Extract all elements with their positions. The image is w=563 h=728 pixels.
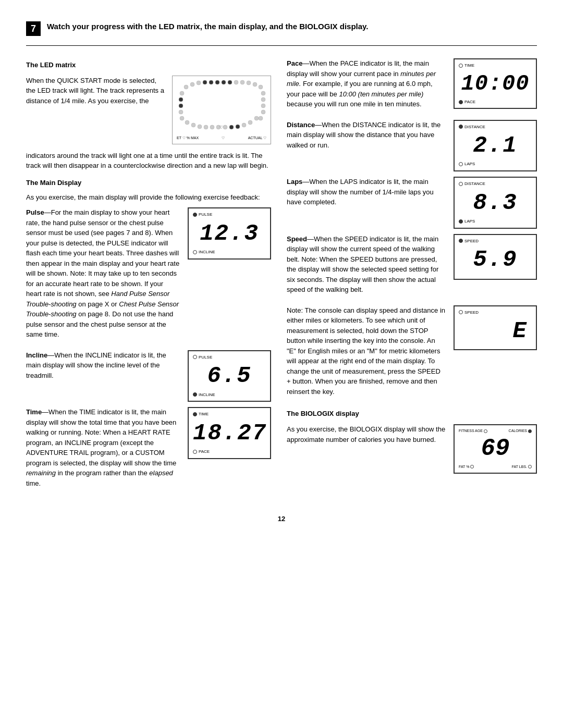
biologix-calories-dot	[528, 429, 532, 433]
svg-point-11	[247, 81, 251, 85]
distance-bottom-indicator: LAPS	[459, 161, 532, 167]
ten-min-mile-italic: 10:00 (ten minutes per mile)	[339, 90, 423, 98]
pulse-dash: —	[44, 208, 51, 216]
biologix-top-row: FITNESS AGE CALORIES	[459, 428, 532, 434]
time-section: Time—When the TIME indicator is lit, the…	[26, 407, 271, 493]
svg-point-1	[190, 82, 194, 87]
pace-bottom-label: PACE	[464, 99, 475, 105]
incline-paragraph: Incline—When the INCLINE indicator is li…	[26, 350, 180, 381]
laps-text-content: When the LAPS indicator is lit, the main…	[287, 178, 434, 206]
pace-display-number: 10:00	[459, 70, 532, 98]
speed-dash: —	[307, 235, 314, 243]
biologix-fat-lbs-label: FAT LBS.	[512, 464, 532, 470]
note-speed-section: Note: The console can display speed and …	[287, 305, 537, 402]
laps-section: Laps—When the LAPS indicator is lit, the…	[287, 177, 537, 229]
distance-top-indicator-row: DISTANCE	[459, 124, 532, 130]
incline-bottom-indicator: INCLINE	[193, 392, 266, 398]
time-dash: —	[42, 408, 48, 416]
svg-point-17	[261, 97, 265, 102]
main-display-section: The Main Display As you exercise, the ma…	[26, 178, 271, 493]
laps-label: Laps	[287, 178, 302, 186]
pace-top-label: TIME	[464, 63, 474, 69]
svg-point-13	[259, 85, 263, 89]
pulse-bottom-dot	[193, 250, 197, 254]
svg-point-4	[209, 80, 213, 84]
speed-display-box: SPEED 5.9	[454, 234, 537, 280]
led-label-et: ET ♡ % MAX	[177, 135, 199, 141]
distance-label: Distance	[287, 121, 315, 129]
e-top-indicator: SPEED	[459, 310, 479, 316]
speed-label: Speed	[287, 235, 307, 243]
pulse-top-dot	[193, 213, 197, 217]
biologix-fitness-age-label: FITNESS AGE	[459, 428, 487, 434]
svg-point-34	[248, 120, 252, 125]
pace-top-dot	[459, 64, 463, 68]
speed-top-dot	[459, 239, 463, 243]
biologix-calories-label: CALORIES	[509, 428, 532, 434]
laps-top-indicator: DISTANCE	[459, 181, 485, 187]
time-paragraph: Time—When the TIME indicator is lit, the…	[26, 407, 180, 488]
time-bottom-label: PACE	[199, 449, 210, 455]
pace-section: Pace—When the PACE indicator is lit, the…	[287, 58, 537, 115]
pulse-section: Pulse—For the main display to show your …	[26, 207, 271, 345]
svg-point-20	[179, 110, 183, 114]
svg-point-16	[179, 97, 183, 102]
led-matrix-section: The LED matrix When the QUICK START mode…	[26, 60, 271, 171]
speed-text-content: When the SPEED indicator is lit, the mai…	[287, 235, 438, 294]
pace-paragraph: Pace—When the PACE indicator is lit, the…	[287, 58, 446, 109]
speed-paragraph: Speed—When the SPEED indicator is lit, t…	[287, 234, 446, 295]
time-bottom-dot	[193, 450, 197, 454]
time-top-indicator: TIME	[193, 411, 209, 417]
distance-top-label: DISTANCE	[464, 124, 485, 130]
distance-bottom-label: LAPS	[464, 161, 475, 167]
pulse-paragraph: Pulse—For the main display to show your …	[26, 207, 180, 340]
e-top-label: SPEED	[464, 310, 479, 316]
incline-dash: —	[47, 351, 54, 359]
svg-text:♡: ♡	[219, 125, 223, 130]
biologix-calories-text: CALORIES	[509, 428, 527, 434]
pulse-top-label: PULSE	[199, 212, 212, 218]
pulse-display-number: 12.3	[193, 219, 266, 248]
svg-point-0	[184, 85, 188, 89]
svg-point-2	[197, 81, 201, 85]
pulse-top-indicator-row: PULSE	[193, 212, 266, 218]
two-column-layout: The LED matrix When the QUICK START mode…	[26, 53, 537, 499]
divider-line	[26, 45, 537, 46]
e-top-indicator-row: SPEED	[459, 310, 532, 316]
page-header: 7 Watch your progress with the LED matri…	[26, 21, 537, 36]
biologix-fat-pct-label: FAT %	[459, 464, 474, 470]
incline-bottom-dot	[193, 392, 197, 397]
laps-paragraph: Laps—When the LAPS indicator is lit, the…	[287, 177, 446, 207]
svg-point-23	[185, 120, 189, 125]
page-number: 12	[26, 514, 537, 524]
main-display-title: The Main Display	[26, 178, 271, 188]
incline-text: Incline—When the INCLINE indicator is li…	[26, 350, 180, 386]
svg-point-36	[259, 116, 263, 120]
time-display-number: 18.27	[193, 418, 266, 448]
svg-point-9	[234, 80, 238, 84]
speed-top-indicator: SPEED	[459, 238, 479, 244]
pulse-text-content: For the main display to show your heart …	[26, 208, 179, 338]
biologix-fat-pct-dot	[470, 465, 474, 468]
speed-text: Speed—When the SPEED indicator is lit, t…	[287, 234, 446, 300]
time-label: Time	[26, 408, 42, 416]
note-speed-paragraph: Note: The console can display speed and …	[287, 305, 446, 397]
time-top-label: TIME	[199, 411, 209, 417]
svg-point-5	[215, 80, 219, 84]
main-display-intro: As you exercise, the main display will p…	[26, 192, 271, 203]
speed-top-indicator-row: SPEED	[459, 238, 532, 244]
biologix-fitness-age-dot	[484, 429, 487, 433]
minutes-per-mile-italic: minutes per mile.	[287, 70, 436, 88]
biologix-paragraph: As you exercise, the BIOLOGIX display wi…	[287, 424, 446, 445]
e-top-dot	[459, 310, 463, 314]
time-display-box: TIME 18.27 PACE	[188, 407, 271, 459]
biologix-display-number: 69	[459, 435, 532, 463]
svg-point-32	[236, 125, 240, 129]
pace-bottom-indicator: PACE	[459, 99, 532, 105]
led-matrix-text-after: indicators around the track will light o…	[26, 151, 271, 171]
pace-bottom-dot	[459, 100, 463, 104]
distance-paragraph: Distance—When the DISTANCE indicator is …	[287, 120, 446, 151]
led-matrix-text-before: When the QUICK START mode is selected, t…	[26, 76, 165, 106]
e-display-value: E	[459, 316, 532, 346]
laps-top-label: DISTANCE	[464, 181, 485, 187]
